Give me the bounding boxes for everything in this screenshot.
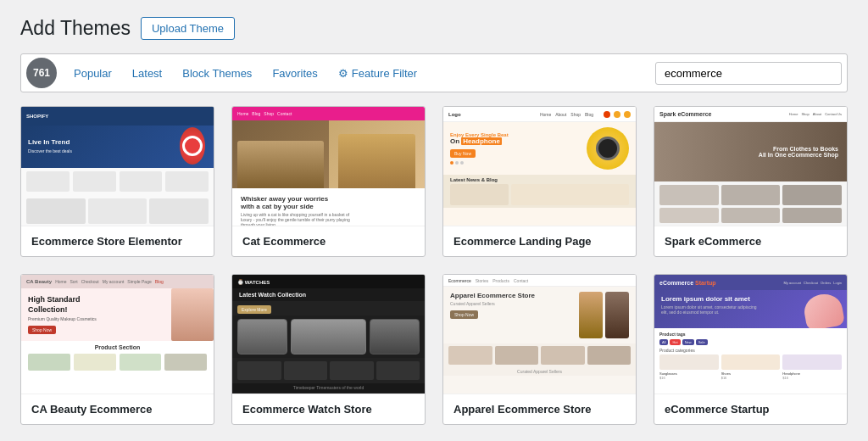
filter-block-themes[interactable]: Block Themes bbox=[172, 60, 262, 87]
feature-filter-label: Feature Filter bbox=[352, 67, 417, 80]
themes-grid: SHOPIFY Live In Trend Discover the best … bbox=[20, 106, 848, 425]
theme-card-4[interactable]: Spark eCommerce Home Shop About Contact … bbox=[654, 106, 848, 257]
page-header: Add Themes Upload Theme bbox=[20, 17, 848, 40]
theme-thumbnail-2: Home Blog Shop Contact Whisker away your… bbox=[232, 107, 425, 226]
theme-card-7[interactable]: Ecommerce Stories Products Contact Appar… bbox=[442, 274, 637, 425]
theme-card-3[interactable]: Logo Home About Shop Blog En bbox=[442, 106, 637, 257]
filter-latest[interactable]: Latest bbox=[122, 60, 172, 87]
theme-name-2: Cat Ecommerce bbox=[232, 226, 425, 256]
theme-thumbnail-7: Ecommerce Stories Products Contact Appar… bbox=[443, 275, 636, 394]
theme-thumbnail-6: ⌚ WATCHES Latest Watch Collection Explor… bbox=[232, 275, 425, 394]
theme-name-3: Ecommerce Landing Page bbox=[443, 226, 636, 256]
theme-card-2[interactable]: Home Blog Shop Contact Whisker away your… bbox=[231, 106, 426, 257]
filter-bar: 761 Popular Latest Block Themes Favorite… bbox=[20, 53, 848, 92]
filter-popular[interactable]: Popular bbox=[64, 60, 122, 87]
page-title: Add Themes bbox=[20, 17, 131, 40]
feature-filter[interactable]: Feature Filter bbox=[328, 60, 427, 87]
theme-thumbnail-8: eCommerce Startup My account Checkout Or… bbox=[654, 275, 847, 394]
search-wrapper bbox=[650, 59, 847, 88]
upload-theme-button[interactable]: Upload Theme bbox=[141, 17, 235, 40]
theme-thumbnail-4: Spark eCommerce Home Shop About Contact … bbox=[654, 107, 847, 226]
theme-name-6: Ecommerce Watch Store bbox=[232, 394, 425, 424]
theme-name-8: eCommerce Startup bbox=[654, 394, 847, 424]
theme-name-7: Apparel Ecommerce Store bbox=[443, 394, 636, 424]
theme-name-5: CA Beauty Ecommerce bbox=[21, 394, 214, 424]
theme-thumbnail-5: CA Beauty Home Sort Checkout My account … bbox=[21, 275, 214, 394]
theme-thumbnail-1: SHOPIFY Live In Trend Discover the best … bbox=[21, 107, 214, 226]
theme-card-6[interactable]: ⌚ WATCHES Latest Watch Collection Explor… bbox=[231, 274, 426, 425]
theme-card-8[interactable]: eCommerce Startup My account Checkout Or… bbox=[654, 274, 848, 425]
filter-favorites[interactable]: Favorites bbox=[262, 60, 327, 87]
page-wrapper: Add Themes Upload Theme 761 Popular Late… bbox=[0, 0, 868, 441]
theme-thumbnail-3: Logo Home About Shop Blog En bbox=[443, 107, 636, 226]
theme-count: 761 bbox=[26, 58, 57, 88]
gear-icon bbox=[338, 67, 348, 80]
search-input[interactable] bbox=[655, 62, 842, 85]
theme-card-5[interactable]: CA Beauty Home Sort Checkout My account … bbox=[20, 274, 214, 425]
theme-card-1[interactable]: SHOPIFY Live In Trend Discover the best … bbox=[20, 106, 214, 257]
filter-nav: Popular Latest Block Themes Favorites Fe… bbox=[64, 60, 650, 87]
theme-name-4: Spark eCommerce bbox=[654, 226, 847, 256]
theme-name-1: Ecommerce Store Elementor bbox=[21, 226, 214, 256]
